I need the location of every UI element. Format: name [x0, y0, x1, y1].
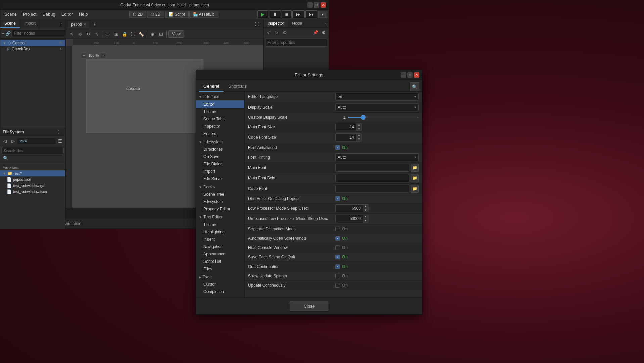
code-font-field: [335, 185, 409, 193]
nav-item-editor[interactable]: Editor: [196, 100, 244, 108]
dialog-tab-general[interactable]: General: [199, 82, 224, 92]
editor-language-select[interactable]: en: [335, 93, 419, 101]
display-scale-select[interactable]: Auto: [335, 103, 419, 111]
nav-item-navigation[interactable]: Navigation: [196, 243, 244, 250]
editor-settings-dialog: Editor Settings — □ ✕ General Shortcuts …: [196, 70, 422, 315]
spinbox-up[interactable]: ▲: [363, 215, 368, 219]
nav-item-scene-tree[interactable]: Scene Tree: [196, 191, 244, 198]
setting-label: Unfocused Low Processor Mode Sleep Usec: [248, 216, 335, 221]
spinbox-up[interactable]: ▲: [363, 204, 368, 208]
setting-distraction-mode: Separate Distraction Mode On: [245, 224, 422, 234]
main-font-bold-field: [335, 174, 409, 182]
nav-section-tools-header[interactable]: ▶ Tools: [196, 273, 244, 281]
nav-item-completion[interactable]: Completion: [196, 288, 244, 295]
setting-label: Display Scale: [248, 105, 335, 110]
dialog-minimize[interactable]: —: [401, 72, 406, 78]
settings-nav: ▼ Interface Editor Theme Scene Tabs Insp…: [196, 92, 245, 297]
on-label: On: [342, 264, 348, 269]
nav-item-directories[interactable]: Directories: [196, 146, 244, 153]
main-font-browse[interactable]: 📁: [411, 164, 419, 172]
nav-item-files[interactable]: Files: [196, 265, 244, 273]
setting-value: Auto: [335, 153, 419, 161]
nav-section-tools: ▶ Tools Cursor Completion: [196, 273, 244, 295]
unfocused-processor-input[interactable]: [336, 215, 363, 223]
section-arrow-icon: ▼: [199, 140, 202, 144]
setting-value: 📁: [335, 174, 419, 182]
setting-value: 📁: [335, 164, 419, 172]
spinbox-up[interactable]: ▲: [356, 123, 362, 127]
dialog-maximize[interactable]: □: [407, 72, 413, 78]
code-font-size-input[interactable]: [336, 134, 356, 141]
low-processor-input[interactable]: [336, 205, 363, 212]
nav-item-inspector[interactable]: Inspector: [196, 123, 244, 130]
auto-screenshots-checkbox[interactable]: [335, 236, 340, 241]
dialog-tab-shortcuts[interactable]: Shortcuts: [224, 82, 251, 92]
setting-label: Main Font: [248, 165, 335, 170]
update-spinner-checkbox[interactable]: [335, 274, 340, 278]
main-font-size-spinbox: ▲ ▼: [335, 123, 362, 131]
dim-editor-checkbox[interactable]: [335, 196, 340, 201]
nav-item-editors[interactable]: Editors: [196, 130, 244, 137]
setting-label: Low Processor Mode Sleep Usec: [248, 206, 335, 211]
editor-language-select-wrapper: en: [335, 93, 419, 101]
dialog-close-button[interactable]: ✕: [414, 72, 419, 78]
main-font-bold-browse[interactable]: 📁: [411, 174, 419, 182]
nav-item-appearance[interactable]: Appearance: [196, 250, 244, 258]
setting-label: Show Update Spinner: [248, 274, 335, 278]
nav-item-on-save[interactable]: On Save: [196, 153, 244, 160]
nav-item-file-dialog[interactable]: File Dialog: [196, 160, 244, 168]
nav-item-import[interactable]: Import: [196, 168, 244, 175]
nav-section-interface-header[interactable]: ▼ Interface: [196, 93, 244, 100]
update-continuously-checkbox[interactable]: [335, 283, 340, 288]
nav-item-text-theme[interactable]: Theme: [196, 221, 244, 228]
nav-item-script-list[interactable]: Script List: [196, 258, 244, 265]
main-font-row: 📁: [335, 164, 419, 172]
dialog-search-button[interactable]: 🔍: [410, 82, 419, 91]
nav-section-docks-header[interactable]: ▼ Docks: [196, 183, 244, 191]
spinbox-down[interactable]: ▼: [356, 127, 362, 131]
on-label: On: [342, 145, 348, 150]
code-font-browse[interactable]: 📁: [411, 185, 419, 193]
save-on-quit-checkbox[interactable]: [335, 255, 340, 259]
setting-value: On: [335, 236, 419, 241]
code-font-row: 📁: [335, 185, 419, 193]
setting-font-hinting: Font Hinting Auto: [245, 152, 422, 163]
setting-editor-language: Editor Language en: [245, 92, 422, 102]
setting-label: Update Continuously: [248, 283, 335, 288]
custom-scale-slider[interactable]: [348, 117, 419, 118]
nav-item-highlighting[interactable]: Highlighting: [196, 228, 244, 236]
setting-value: On: [335, 255, 419, 259]
setting-value: ▲ ▼: [335, 215, 419, 223]
dialog-title: Editor Settings: [295, 72, 323, 77]
nav-section-filesystem-header[interactable]: ▼ Filesystem: [196, 138, 244, 146]
checkbox-on-wrapper: On: [335, 283, 348, 288]
main-font-size-input[interactable]: [336, 123, 356, 131]
nav-item-file-server[interactable]: File Server: [196, 175, 244, 183]
dialog-tabs: General Shortcuts 🔍: [196, 80, 422, 92]
spinbox-down[interactable]: ▼: [356, 137, 362, 142]
nav-section-text-editor-header[interactable]: ▼ Text Editor: [196, 213, 244, 221]
quit-confirmation-checkbox[interactable]: [335, 264, 340, 269]
nav-item-indent[interactable]: Indent: [196, 236, 244, 243]
on-label: On: [342, 196, 348, 201]
distraction-mode-checkbox[interactable]: [335, 227, 340, 231]
hide-console-checkbox[interactable]: [335, 245, 340, 250]
setting-label: Main Font Bold: [248, 176, 335, 180]
nav-item-filesystem-dock[interactable]: Filesystem: [196, 198, 244, 205]
nav-item-cursor[interactable]: Cursor: [196, 281, 244, 288]
setting-value: On: [335, 227, 419, 231]
nav-item-scene-tabs[interactable]: Scene Tabs: [196, 115, 244, 123]
unfocused-processor-spinbox: ▲ ▼: [335, 215, 369, 223]
spinbox-down[interactable]: ▼: [363, 208, 368, 212]
nav-item-theme[interactable]: Theme: [196, 108, 244, 115]
spinbox-up[interactable]: ▲: [356, 133, 362, 137]
nav-item-property-editor[interactable]: Property Editor: [196, 205, 244, 213]
font-antialiased-checkbox[interactable]: [335, 145, 340, 150]
spinbox-down[interactable]: ▼: [363, 219, 368, 223]
font-hinting-select[interactable]: Auto: [335, 153, 419, 161]
setting-value: Auto: [335, 103, 419, 111]
setting-value: On: [335, 245, 419, 250]
dialog-close-footer-button[interactable]: Close: [290, 301, 328, 311]
display-scale-select-wrapper: Auto: [335, 103, 419, 111]
on-label: On: [342, 274, 348, 278]
